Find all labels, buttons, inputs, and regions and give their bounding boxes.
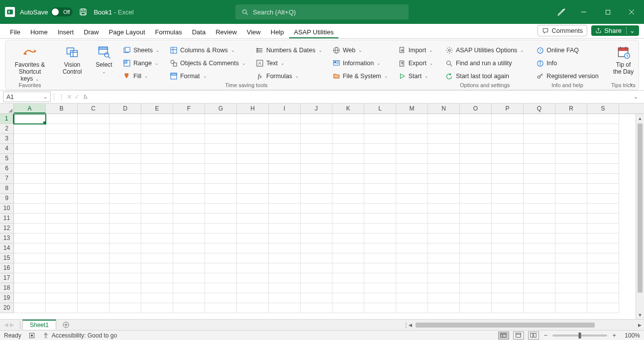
cell[interactable] <box>205 293 237 303</box>
cell[interactable] <box>173 273 205 283</box>
cell[interactable] <box>460 164 492 174</box>
cell[interactable] <box>205 273 237 283</box>
sheet-nav-next[interactable]: ▶ <box>10 322 14 328</box>
cell[interactable] <box>492 134 524 144</box>
cell[interactable] <box>78 214 109 224</box>
cell[interactable] <box>587 194 619 204</box>
online-faq-button[interactable]: ?Online FAQ <box>534 44 600 56</box>
cell[interactable] <box>14 164 46 174</box>
cell[interactable] <box>78 144 109 154</box>
find-and-run-button[interactable]: Find and run a utility <box>443 57 526 69</box>
name-box[interactable]: A1 ⌄ <box>3 92 51 102</box>
scroll-left-button[interactable]: ◀ <box>406 323 415 328</box>
cell[interactable] <box>396 253 428 263</box>
cell[interactable] <box>492 114 524 124</box>
cell[interactable] <box>332 303 364 313</box>
cell[interactable] <box>364 303 396 313</box>
cell[interactable] <box>332 263 364 273</box>
cell[interactable] <box>396 224 428 233</box>
columns-rows-button[interactable]: Columns & Rows⌄ <box>168 44 248 56</box>
close-button[interactable] <box>620 0 643 24</box>
column-header[interactable]: R <box>555 104 587 113</box>
cell[interactable] <box>555 204 587 214</box>
cell[interactable] <box>332 214 364 224</box>
cell[interactable] <box>301 263 332 273</box>
cell[interactable] <box>78 233 109 243</box>
cell[interactable] <box>332 114 364 124</box>
cell[interactable] <box>555 243 587 253</box>
cell[interactable] <box>14 263 46 273</box>
column-header[interactable]: M <box>396 104 428 113</box>
cell[interactable] <box>109 154 141 164</box>
cell[interactable] <box>269 243 301 253</box>
row-header[interactable]: 19 <box>0 293 14 303</box>
cell[interactable] <box>428 124 460 134</box>
cancel-formula-icon[interactable]: ✕ <box>67 93 72 101</box>
cell[interactable] <box>396 134 428 144</box>
cell[interactable] <box>364 224 396 233</box>
cell[interactable] <box>301 253 332 263</box>
scroll-thumb[interactable] <box>416 323 595 328</box>
cell[interactable] <box>141 263 173 273</box>
cell[interactable] <box>78 124 109 134</box>
cell[interactable] <box>364 134 396 144</box>
cell[interactable] <box>78 194 109 204</box>
cell[interactable] <box>109 134 141 144</box>
row-header[interactable]: 1 <box>0 114 14 124</box>
cell[interactable] <box>78 273 109 283</box>
row-header[interactable]: 2 <box>0 124 14 134</box>
cell[interactable] <box>237 204 269 214</box>
cell[interactable] <box>78 204 109 214</box>
cell[interactable] <box>14 204 46 214</box>
cell[interactable] <box>301 273 332 283</box>
cell[interactable] <box>46 224 78 233</box>
ribbon-collapse-button[interactable]: ⌄ <box>627 79 636 88</box>
cell[interactable] <box>14 184 46 194</box>
cell[interactable] <box>109 263 141 273</box>
cell[interactable] <box>555 293 587 303</box>
cell[interactable] <box>109 164 141 174</box>
cell[interactable] <box>587 273 619 283</box>
cell[interactable] <box>173 204 205 214</box>
cell[interactable] <box>332 273 364 283</box>
row-header[interactable]: 11 <box>0 214 14 224</box>
cell[interactable] <box>301 144 332 154</box>
cell[interactable] <box>428 303 460 313</box>
cell[interactable] <box>14 124 46 134</box>
cell[interactable] <box>173 174 205 184</box>
cell[interactable] <box>301 154 332 164</box>
cell[interactable] <box>109 253 141 263</box>
cell[interactable] <box>109 194 141 204</box>
cell[interactable] <box>269 134 301 144</box>
macro-record-icon[interactable] <box>28 332 35 339</box>
column-header[interactable]: N <box>428 104 460 113</box>
column-header[interactable]: O <box>460 104 492 113</box>
cell[interactable] <box>364 283 396 293</box>
cell[interactable] <box>587 204 619 214</box>
accessibility-status[interactable]: Accessibility: Good to go <box>42 332 117 339</box>
format-button[interactable]: Format⌄ <box>168 70 248 82</box>
cell[interactable] <box>205 144 237 154</box>
cell[interactable] <box>78 283 109 293</box>
cell[interactable] <box>555 144 587 154</box>
cell[interactable] <box>460 224 492 233</box>
cell[interactable] <box>524 263 555 273</box>
cell[interactable] <box>46 134 78 144</box>
formulas-button[interactable]: fxFormulas⌄ <box>254 70 324 82</box>
cell[interactable] <box>141 114 173 124</box>
cell[interactable] <box>396 283 428 293</box>
scroll-thumb[interactable] <box>638 123 643 293</box>
cell[interactable] <box>460 144 492 154</box>
cell[interactable] <box>237 293 269 303</box>
zoom-in-button[interactable]: + <box>611 332 617 339</box>
cell[interactable] <box>141 174 173 184</box>
cell[interactable] <box>555 154 587 164</box>
column-header[interactable]: Q <box>524 104 555 113</box>
cell[interactable] <box>173 293 205 303</box>
tip-of-day-button[interactable]: Tip ofthe Day <box>609 42 639 76</box>
pen-icon[interactable] <box>551 0 571 24</box>
cell[interactable] <box>428 293 460 303</box>
cell[interactable] <box>555 174 587 184</box>
export-button[interactable]: Export⌄ <box>396 57 435 69</box>
tab-review[interactable]: Review <box>211 26 242 38</box>
